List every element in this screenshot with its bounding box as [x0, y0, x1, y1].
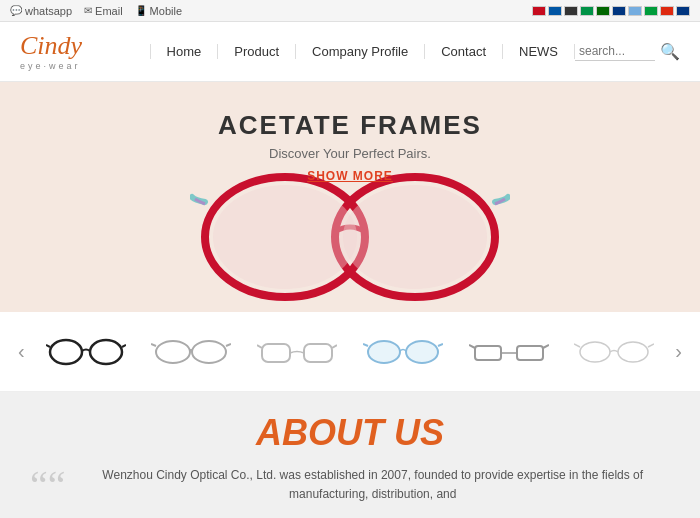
quote-icon: ““ — [30, 466, 66, 506]
email-icon: ✉ — [84, 5, 92, 16]
svg-line-15 — [332, 345, 337, 348]
svg-line-28 — [648, 344, 654, 347]
email-label: Email — [95, 5, 123, 17]
language-flags — [532, 6, 690, 16]
svg-rect-21 — [517, 346, 543, 360]
email-link[interactable]: ✉ Email — [84, 5, 123, 17]
svg-point-16 — [368, 341, 400, 363]
flag-ar[interactable] — [628, 6, 642, 16]
hero-text-block: ACETATE FRAMES Discover Your Perfect Pai… — [218, 110, 482, 184]
svg-rect-13 — [304, 344, 332, 362]
svg-rect-20 — [475, 346, 501, 360]
whatsapp-link[interactable]: 💬 whatsapp — [10, 5, 72, 17]
svg-point-17 — [406, 341, 438, 363]
hero-banner: ACETATE FRAMES Discover Your Perfect Pai… — [0, 82, 700, 312]
svg-point-9 — [192, 341, 226, 363]
nav-company-profile[interactable]: Company Profile — [296, 44, 425, 59]
carousel-item-3[interactable] — [252, 324, 342, 379]
top-bar: 💬 whatsapp ✉ Email 📱 Mobile — [0, 0, 700, 22]
svg-rect-12 — [262, 344, 290, 362]
carousel-item-6[interactable] — [569, 324, 659, 379]
about-title: ABOUT US — [30, 412, 670, 454]
carousel-items-container — [33, 324, 668, 379]
hero-subtitle: Discover Your Perfect Pairs. — [218, 146, 482, 161]
logo[interactable]: Cindy eye·wear — [20, 33, 130, 71]
whatsapp-label: whatsapp — [25, 5, 72, 17]
carousel-item-5[interactable] — [464, 324, 554, 379]
svg-line-19 — [438, 344, 443, 346]
logo-sub-text: eye·wear — [20, 61, 130, 71]
svg-line-10 — [151, 344, 156, 346]
svg-line-11 — [226, 344, 231, 346]
nav-news[interactable]: NEWS — [503, 44, 575, 59]
header: Cindy eye·wear Home Product Company Prof… — [0, 22, 700, 82]
main-nav: Home Product Company Profile Contact NEW… — [150, 44, 575, 59]
svg-point-4 — [50, 340, 82, 364]
logo-main-text: Cindy — [20, 33, 130, 59]
mobile-label: Mobile — [150, 5, 182, 17]
svg-line-7 — [122, 345, 126, 347]
svg-point-3 — [343, 185, 487, 289]
search-button[interactable]: 🔍 — [660, 42, 680, 61]
carousel-item-4[interactable] — [358, 324, 448, 379]
search-area: 🔍 — [575, 42, 680, 61]
product-carousel: ‹ — [0, 312, 700, 392]
hero-title: ACETATE FRAMES — [218, 110, 482, 141]
flag-pt[interactable] — [596, 6, 610, 16]
svg-line-24 — [543, 345, 549, 348]
carousel-item-2[interactable] — [146, 324, 236, 379]
svg-point-25 — [580, 342, 610, 362]
about-section: ABOUT US ““ Wenzhou Cindy Optical Co., L… — [0, 392, 700, 518]
carousel-next-button[interactable]: › — [667, 340, 690, 363]
flag-it[interactable] — [580, 6, 594, 16]
flag-fr[interactable] — [548, 6, 562, 16]
nav-product[interactable]: Product — [218, 44, 296, 59]
search-input[interactable] — [575, 42, 655, 61]
nav-contact[interactable]: Contact — [425, 44, 503, 59]
svg-line-23 — [469, 345, 475, 348]
whatsapp-icon: 💬 — [10, 5, 22, 16]
about-text: Wenzhou Cindy Optical Co., Ltd. was esta… — [76, 466, 670, 504]
svg-point-26 — [618, 342, 648, 362]
nav-home[interactable]: Home — [150, 44, 219, 59]
flag-es[interactable] — [532, 6, 546, 16]
svg-point-8 — [156, 341, 190, 363]
svg-line-6 — [46, 345, 50, 347]
hero-cta-link[interactable]: SHOW MORE — [307, 169, 393, 183]
svg-line-27 — [574, 344, 580, 347]
carousel-prev-button[interactable]: ‹ — [10, 340, 33, 363]
mobile-link[interactable]: 📱 Mobile — [135, 5, 182, 17]
flag-de[interactable] — [564, 6, 578, 16]
svg-line-18 — [363, 344, 368, 346]
flag-cn[interactable] — [660, 6, 674, 16]
mobile-icon: 📱 — [135, 5, 147, 16]
svg-line-14 — [257, 345, 262, 348]
carousel-item-1[interactable] — [41, 324, 131, 379]
flag-br[interactable] — [644, 6, 658, 16]
flag-ru[interactable] — [612, 6, 626, 16]
svg-point-2 — [213, 185, 357, 289]
svg-point-5 — [90, 340, 122, 364]
flag-tw[interactable] — [676, 6, 690, 16]
